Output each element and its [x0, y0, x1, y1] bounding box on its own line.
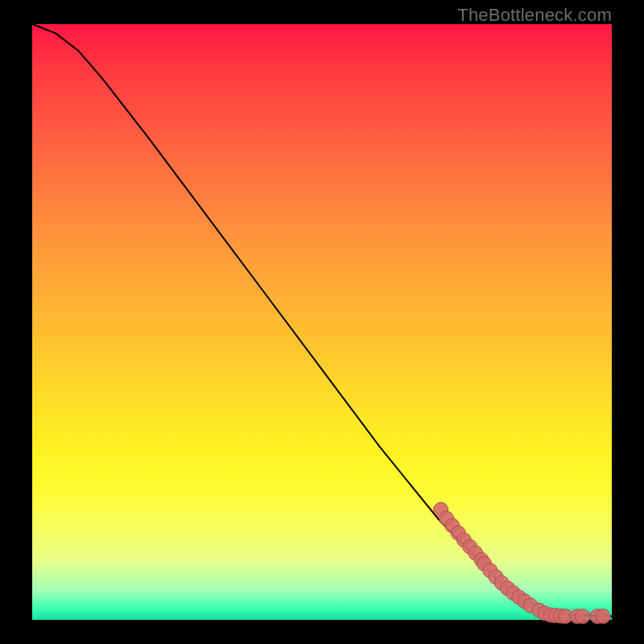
bottleneck-curve	[32, 24, 612, 617]
data-point	[596, 609, 610, 624]
chart-frame: TheBottleneck.com	[0, 0, 644, 644]
data-point-cluster	[434, 502, 611, 624]
plot-area	[32, 24, 612, 620]
watermark-label: TheBottleneck.com	[457, 5, 612, 26]
chart-svg	[32, 24, 612, 620]
data-point	[576, 609, 590, 624]
